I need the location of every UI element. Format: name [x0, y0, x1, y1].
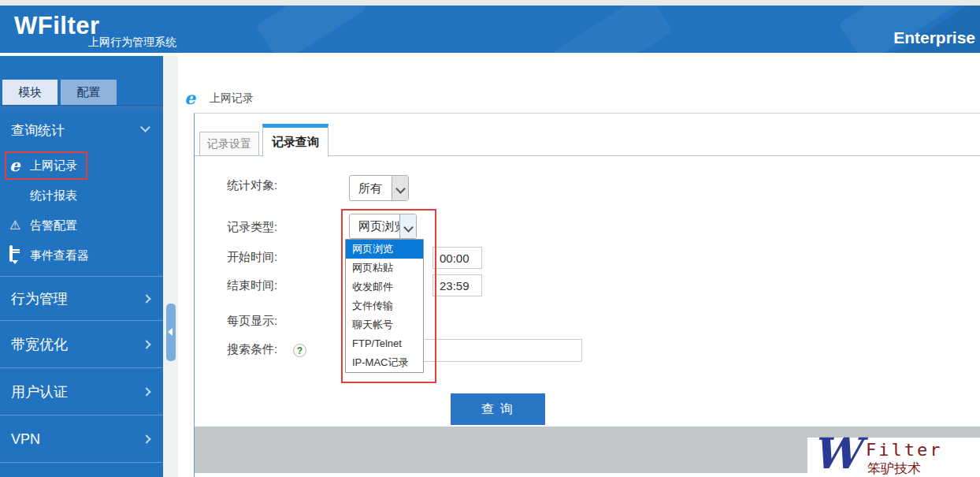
tab-record-query[interactable]: 记录查询 [262, 124, 329, 157]
stat-object-label: 统计对象: [227, 178, 277, 193]
ie-icon: e [184, 88, 195, 108]
keyboard-pattern [256, 6, 367, 53]
app-logo: WFilter [14, 12, 100, 40]
sidebar-section-user-authentication[interactable]: 用户认证 [0, 367, 163, 415]
alert-icon: ⚠ [9, 217, 27, 234]
app-subtitle: 上网行为管理系统 [88, 35, 176, 50]
edition-label: Enterprise [893, 28, 975, 47]
sidebar-item-statistics-reports[interactable]: 统计报表 [0, 181, 163, 211]
record-type-label: 记录类型: [227, 220, 277, 235]
record-type-select[interactable]: 网页浏览 [349, 214, 417, 239]
breadcrumb: 上网记录 [210, 91, 254, 106]
sidebar-tab-modules[interactable]: 模块 [2, 80, 58, 105]
end-time-input[interactable] [432, 274, 482, 296]
dropdown-option[interactable]: IP-MAC记录 [346, 353, 423, 372]
sidebar-section-vpn[interactable]: VPN [0, 415, 163, 462]
start-time-label: 开始时间: [227, 250, 277, 265]
chevron-down-icon[interactable] [399, 214, 416, 238]
sidebar: 模块 配置 查询统计 e 上网记录 统计报表 ⚠ 告警配置 事件查看器 行为管理 [0, 56, 163, 477]
dropdown-option[interactable]: 网页粘贴 [346, 259, 423, 278]
start-time-input[interactable] [432, 247, 482, 269]
sidebar-item-event-viewer[interactable]: 事件查看器 [0, 241, 163, 270]
tab-record-settings[interactable]: 记录设置 [199, 132, 259, 156]
watermark-logo: W Filter 笨驴技术 [807, 438, 980, 477]
query-button[interactable]: 查 询 [451, 393, 545, 425]
section-label: 查询统计 [11, 121, 65, 140]
chevron-right-icon [143, 295, 150, 303]
stat-object-select[interactable]: 所有 [349, 175, 409, 201]
search-label: 搜索条件: [227, 342, 277, 357]
event-viewer-icon [9, 247, 27, 264]
sidebar-tab-config[interactable]: 配置 [61, 80, 117, 105]
chevron-right-icon [143, 388, 150, 396]
help-icon[interactable]: ? [293, 344, 306, 357]
sidebar-gutter [163, 56, 178, 477]
ie-icon: e [9, 157, 27, 174]
sidebar-section-partial [0, 462, 163, 477]
chevron-right-icon [143, 341, 150, 348]
chevron-down-icon[interactable] [392, 176, 408, 200]
dropdown-option[interactable]: 文件传输 [346, 296, 423, 315]
chevron-right-icon [143, 435, 150, 443]
sidebar-collapse-handle[interactable] [166, 304, 176, 361]
sidebar-section-query-stats[interactable]: 查询统计 [0, 112, 163, 150]
watermark-subtitle: 笨驴技术 [867, 460, 921, 477]
app-header: WFilter 上网行为管理系统 Enterprise [0, 6, 980, 53]
report-icon [9, 187, 27, 204]
content-panel [194, 113, 980, 477]
dropdown-option[interactable]: 聊天帐号 [346, 315, 423, 334]
page-size-label: 每页显示: [227, 314, 277, 329]
sidebar-item-internet-records[interactable]: e 上网记录 [0, 151, 163, 181]
record-type-dropdown: 网页浏览 网页粘贴 收发邮件 文件传输 聊天帐号 FTP/Telnet IP-M… [345, 239, 424, 373]
dropdown-option[interactable]: 收发邮件 [346, 278, 423, 296]
sidebar-section-behavior-management[interactable]: 行为管理 [0, 276, 163, 320]
end-time-label: 结束时间: [227, 278, 277, 293]
dropdown-option[interactable]: FTP/Telnet [346, 334, 423, 353]
keyboard-pattern [548, 6, 673, 53]
sidebar-item-alert-config[interactable]: ⚠ 告警配置 [0, 211, 163, 240]
chevron-down-icon [141, 122, 150, 132]
top-strip [0, 0, 980, 6]
watermark-name: Filter [866, 440, 942, 460]
sidebar-section-bandwidth-optimization[interactable]: 带宽优化 [0, 320, 163, 367]
wfilter-app: WFilter 上网行为管理系统 Enterprise 模块 配置 查询统计 e… [0, 0, 980, 477]
dropdown-option[interactable]: 网页浏览 [346, 240, 423, 259]
sidebar-tab-divider [0, 105, 163, 111]
wfilter-w-icon: W [812, 428, 860, 477]
